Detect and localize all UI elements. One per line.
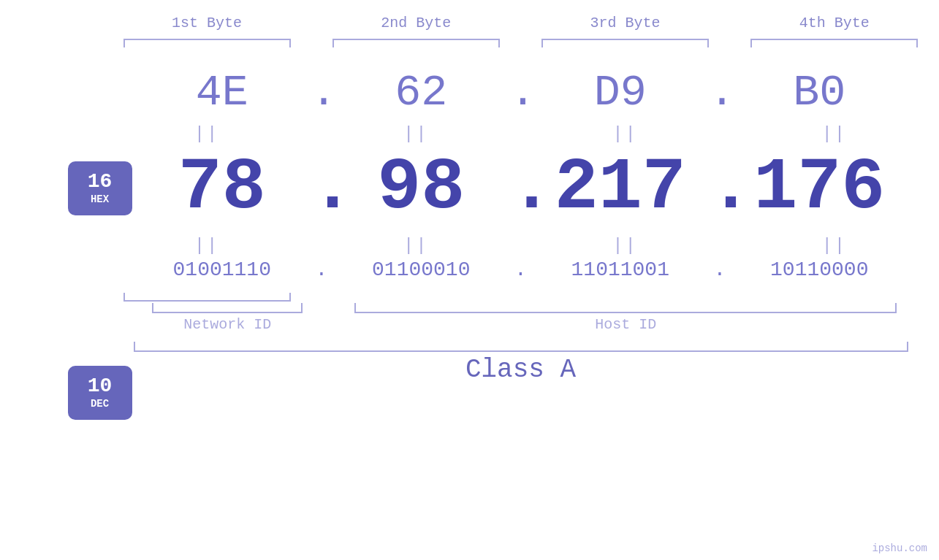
top-bracket-row (0, 39, 939, 53)
top-bracket-line-1 (123, 39, 291, 47)
label-spacer (322, 316, 343, 333)
dec-value-row: 78 . 98 . 217 . 176 (31, 147, 908, 229)
dec-dot3: . (709, 147, 731, 229)
bin-b2-value: 01100010 (372, 258, 470, 281)
bottom-bracket-byte2 (311, 287, 939, 302)
network-id-label: Network ID (134, 316, 322, 333)
main-container: 1st Byte 2nd Byte 3rd Byte 4th Byte 16 H… (0, 0, 939, 560)
byte-headers-row: 1st Byte 2nd Byte 3rd Byte 4th Byte (0, 15, 939, 31)
host-id-label: Host ID (343, 316, 908, 333)
hex-b1-value: 4E (196, 68, 248, 118)
equals-1-b1: || (102, 124, 311, 144)
equals-2-b2: || (311, 236, 520, 256)
top-bracket-byte2 (311, 39, 520, 53)
bin-dot2: . (510, 258, 532, 281)
bin-b4-value: 10110000 (770, 258, 868, 281)
hex-b3-value: D9 (594, 68, 647, 118)
hex-b2-value: 62 (395, 68, 447, 118)
host-id-bracket (354, 303, 897, 313)
top-bracket-line-3 (541, 39, 709, 47)
hex-value-row: 4E . 62 . D9 . B0 (31, 68, 908, 118)
top-bracket-byte1 (102, 39, 311, 53)
equals-1-b3: || (521, 124, 730, 144)
hex-dot3: . (709, 68, 731, 118)
bin-b1-value: 01001110 (173, 258, 271, 281)
byte1-header: 1st Byte (102, 15, 311, 31)
top-bracket-line-2 (332, 39, 500, 47)
bin-dot3: . (709, 258, 731, 281)
bracket-spacer-1 (322, 303, 343, 313)
hex-byte3: D9 (532, 68, 710, 118)
hex-byte2: 62 (332, 68, 510, 118)
byte2-header: 2nd Byte (311, 15, 520, 31)
dec-badge: 10 DEC (68, 366, 132, 420)
dec-b4-value: 176 (753, 147, 885, 229)
watermark: ipshu.com (872, 542, 927, 554)
equals-row-1: || || || || (0, 124, 939, 144)
bottom-bracket-row (0, 287, 939, 302)
host-bracket-container (343, 303, 908, 313)
hex-b4-value: B0 (793, 68, 845, 118)
class-bracket-row (31, 342, 908, 352)
byte3-header: 3rd Byte (521, 15, 730, 31)
dec-dot1: . (311, 147, 332, 229)
class-bracket (134, 342, 908, 352)
hex-dot2: . (510, 68, 532, 118)
equals-2-b4: || (730, 236, 939, 256)
dec-byte3: 217 (532, 147, 710, 229)
bin-dot1: . (311, 258, 332, 281)
equals-1-b4: || (730, 124, 939, 144)
class-label: Class A (134, 355, 908, 385)
dec-byte2: 98 (332, 147, 510, 229)
dec-badge-label: DEC (91, 398, 109, 410)
equals-1-b2: || (311, 124, 520, 144)
bin-byte4: 10110000 (731, 258, 908, 281)
bin-byte2: 01100010 (332, 258, 510, 281)
bin-b3-value: 11011001 (571, 258, 669, 281)
dec-badge-number: 10 (88, 376, 113, 396)
network-bracket-container (134, 303, 322, 313)
byte4-header: 4th Byte (730, 15, 939, 31)
dec-b3-value: 217 (555, 147, 686, 229)
equals-2-b3: || (521, 236, 730, 256)
hex-byte4: B0 (731, 68, 908, 118)
dec-byte4: 176 (731, 147, 908, 229)
dec-b2-value: 98 (377, 147, 465, 229)
top-bracket-byte4 (730, 39, 939, 53)
network-id-bracket (152, 303, 303, 313)
dec-b1-value: 78 (178, 147, 266, 229)
bottom-bracket-byte1 (102, 287, 311, 302)
bin-byte1: 01001110 (134, 258, 311, 281)
top-bracket-line-4 (750, 39, 918, 47)
bottom-bracket-line-1 (123, 293, 291, 302)
equals-row-2: || || || || (0, 236, 939, 256)
id-labels-row: Network ID Host ID (31, 316, 908, 333)
hex-byte1: 4E (134, 68, 311, 118)
custom-bottom-bracket (31, 303, 908, 313)
dec-byte1: 78 (134, 147, 311, 229)
bin-byte3: 11011001 (532, 258, 710, 281)
hex-dot1: . (311, 68, 332, 118)
bin-value-row: 01001110 . 01100010 . 11011001 . 1011000… (31, 258, 908, 281)
top-bracket-byte3 (521, 39, 730, 53)
class-label-row: Class A (31, 355, 908, 385)
equals-2-b1: || (102, 236, 311, 256)
dec-dot2: . (510, 147, 532, 229)
